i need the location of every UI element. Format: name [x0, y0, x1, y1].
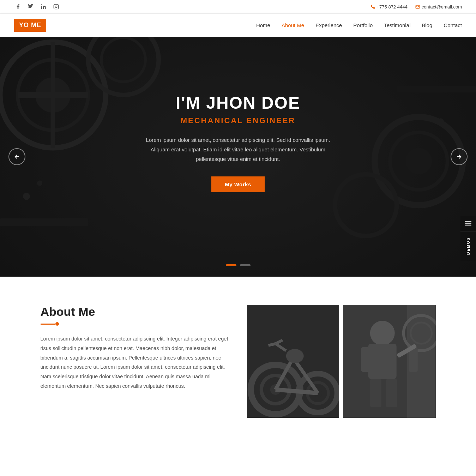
arrow-left-icon [14, 153, 20, 160]
svg-line-37 [268, 344, 275, 345]
phone-info: +775 872 4444 [370, 4, 408, 10]
demos-tab: DEMOS [460, 216, 476, 260]
phone-icon [370, 5, 375, 9]
slider-dot-1[interactable] [226, 264, 236, 266]
email-info: contact@email.com [415, 4, 462, 10]
social-links [14, 3, 60, 11]
main-nav: Home About Me Experience Portfolio Testi… [256, 22, 462, 28]
nav-about[interactable]: About Me [282, 22, 304, 28]
hero-cta-button[interactable]: My Works [211, 176, 265, 192]
slider-prev-button[interactable] [8, 148, 25, 165]
facebook-icon[interactable] [14, 3, 22, 11]
slider-dots [226, 264, 251, 266]
svg-rect-4 [465, 223, 471, 224]
hero-content: I'M JHON DOE MECHANICAL ENGINEER Lorem i… [0, 37, 476, 192]
hero-subtitle: MECHANICAL ENGINEER [0, 116, 476, 125]
header: YO ME Home About Me Experience Portfolio… [0, 14, 476, 37]
top-bar: +775 872 4444 contact@email.com [0, 0, 476, 14]
svg-rect-47 [370, 379, 381, 407]
hero-title: I'M JHON DOE [0, 93, 476, 113]
person-img-svg [343, 305, 436, 418]
email-icon [415, 5, 420, 9]
about-image-person [343, 305, 436, 418]
moto-img-svg [247, 305, 339, 418]
svg-point-35 [286, 349, 303, 363]
svg-point-43 [370, 321, 395, 345]
about-title: About Me [41, 305, 229, 319]
nav-home[interactable]: Home [256, 22, 270, 28]
about-images [247, 305, 436, 418]
svg-rect-3 [465, 221, 471, 222]
svg-rect-45 [361, 347, 370, 372]
svg-rect-48 [386, 379, 397, 407]
contact-info: +775 872 4444 contact@email.com [370, 4, 462, 10]
twitter-icon[interactable] [27, 3, 35, 11]
svg-point-0 [41, 4, 42, 5]
underline-dot [55, 322, 59, 326]
about-body-text: Lorem ipsum dolor sit amet, consectetur … [41, 334, 229, 391]
svg-rect-5 [465, 225, 471, 226]
linkedin-icon[interactable] [40, 3, 47, 11]
about-title-underline [41, 322, 229, 326]
underline-bar [41, 324, 55, 325]
nav-experience[interactable]: Experience [315, 22, 342, 28]
nav-portfolio[interactable]: Portfolio [353, 22, 373, 28]
about-left-content: About Me Lorem ipsum dolor sit amet, con… [41, 305, 229, 401]
hero-description: Lorem ipsum dolor sit amet, consectetur … [139, 135, 337, 164]
demos-label[interactable]: DEMOS [460, 231, 476, 260]
logo[interactable]: YO ME [14, 19, 46, 32]
nav-contact[interactable]: Contact [444, 22, 462, 28]
about-image-motorcycle [247, 305, 339, 418]
about-section: About Me Lorem ipsum dolor sit amet, con… [0, 277, 476, 439]
svg-rect-1 [54, 4, 58, 9]
hero-section: I'M JHON DOE MECHANICAL ENGINEER Lorem i… [0, 37, 476, 277]
arrow-right-icon [456, 153, 462, 160]
svg-rect-44 [368, 344, 397, 379]
nav-blog[interactable]: Blog [422, 22, 432, 28]
demos-menu-icon[interactable] [460, 216, 476, 231]
nav-testimonial[interactable]: Testimonial [384, 22, 410, 28]
slider-dot-2[interactable] [240, 264, 251, 266]
about-divider [41, 401, 229, 401]
slider-next-button[interactable] [451, 148, 468, 165]
instagram-icon[interactable] [52, 3, 60, 11]
